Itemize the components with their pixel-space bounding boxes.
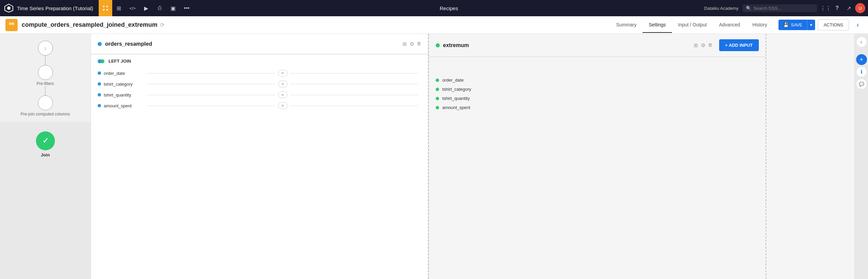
app-logo — [4, 3, 14, 13]
down-arrow-icon: ↓ — [44, 45, 47, 51]
far-right-info-btn[interactable]: ℹ — [856, 66, 867, 77]
sync-icon[interactable]: ⟳ — [160, 22, 164, 28]
cond-op-0[interactable]: = — [278, 70, 288, 77]
help-icon-btn[interactable]: ? — [832, 3, 842, 13]
code-icon: </> — [129, 6, 136, 11]
far-right-add-btn[interactable]: + — [856, 54, 867, 65]
cond-line-left-3 — [147, 106, 275, 106]
cond-left-dot-0 — [98, 71, 101, 75]
prejoin-label: Pre-join computed columns — [21, 112, 70, 116]
delete-icon[interactable]: 🗑 — [417, 41, 421, 47]
avatar[interactable]: U — [855, 3, 865, 13]
cond-right-label-3: amount_spent — [442, 105, 483, 110]
right-dataset-dot — [436, 43, 440, 47]
join-type-dots — [98, 59, 104, 63]
join-type-row: LEFT JOIN — [91, 55, 428, 68]
cond-right-label-0: order_date — [442, 78, 483, 83]
cond-line-left-2 — [147, 95, 275, 95]
prejoin-circle[interactable] — [38, 95, 53, 110]
grid-view-icon-right[interactable]: ⊞ — [694, 42, 698, 48]
search-box[interactable]: 🔍 — [743, 4, 817, 12]
print-icon: ⎙ — [158, 5, 161, 11]
prefilters-circle2[interactable] — [38, 65, 53, 80]
play-icon-btn[interactable]: ▶ — [139, 0, 153, 16]
add-input-button[interactable]: + ADD INPUT — [719, 39, 759, 51]
search-input[interactable] — [753, 6, 814, 11]
join-condition-0: order_date = — [91, 68, 428, 79]
academy-label: Dataiku Academy — [704, 6, 738, 11]
delete-icon-right[interactable]: 🗑 — [708, 42, 712, 48]
grid-icon: ⊞ — [117, 5, 121, 12]
save-button[interactable]: 💾 SAVE — [778, 20, 807, 30]
trend-icon-btn[interactable]: ↗ — [844, 3, 854, 13]
right-condition-0: order_date — [429, 76, 766, 85]
arrow-left-icon: ‹ — [856, 21, 859, 29]
cond-left-dot-2 — [98, 93, 101, 96]
grid-view-icon[interactable]: ⊞ — [402, 41, 407, 47]
cond-op-3[interactable]: = — [278, 102, 288, 109]
apps-icon-btn[interactable]: ⋮⋮ — [821, 3, 831, 13]
cond-op-1[interactable]: = — [278, 81, 288, 87]
cond-left-label-1: tshirt_category — [104, 82, 144, 87]
apps-icon: ⋮⋮ — [820, 5, 831, 12]
right-panel-icons: ⊞ ⚙ 🗑 — [694, 42, 712, 48]
tab-settings[interactable]: Settings — [643, 17, 672, 33]
grid-icon-btn[interactable]: ⊞ — [112, 0, 126, 16]
left-dot — [98, 59, 102, 63]
right-panel-header: extremum ⊞ ⚙ 🗑 + ADD INPUT — [429, 34, 766, 57]
recipe-tabs: Summary Settings Input / Output Advanced… — [610, 17, 773, 33]
cond-op-2[interactable]: = — [278, 91, 288, 98]
cond-line-right-3 — [290, 106, 418, 106]
settings-icon-right[interactable]: ⚙ — [701, 42, 705, 48]
prefilters-circle[interactable]: ↓ — [38, 41, 53, 56]
save-icon: 💾 — [783, 22, 789, 27]
secondary-navbar: compute_orders_resampled_joined_extremum… — [0, 16, 868, 34]
more-icon-btn[interactable]: ••• — [180, 0, 194, 16]
flow-icon-btn[interactable] — [99, 0, 112, 16]
tab-history[interactable]: History — [746, 17, 773, 33]
chevron-down-icon: ▾ — [810, 22, 812, 27]
back-button[interactable]: ‹ — [853, 20, 863, 30]
svg-point-1 — [7, 6, 11, 10]
left-panel-icons: ⊞ ⚙ 🗑 — [402, 41, 421, 47]
join-label: Join — [41, 152, 50, 157]
cond-left-dot-3 — [98, 104, 101, 107]
recipe-title: compute_orders_resampled_joined_extremum — [22, 21, 157, 28]
join-type-label[interactable]: LEFT JOIN — [108, 59, 131, 64]
far-right-sidebar: ‹ + ℹ 💬 — [854, 34, 868, 279]
right-condition-2: tshirt_quantity — [429, 94, 766, 103]
right-condition-1: tshirt_category — [429, 85, 766, 94]
right-condition-3: amount_spent — [429, 103, 766, 112]
left-join-panel: orders_resampled ⊞ ⚙ 🗑 LEFT JOIN — [91, 34, 428, 279]
monitor-icon-btn[interactable]: ▣ — [166, 0, 180, 16]
cond-left-label-2: tshirt_quantity — [104, 92, 144, 98]
save-dropdown-button[interactable]: ▾ — [807, 20, 815, 30]
tab-summary[interactable]: Summary — [610, 17, 643, 33]
empty-right-zone — [766, 34, 854, 279]
code-icon-btn[interactable]: </> — [126, 0, 139, 16]
cond-left-label-0: order_date — [104, 71, 144, 76]
print-icon-btn[interactable]: ⎙ — [153, 0, 166, 16]
node-connector-line2 — [45, 86, 45, 95]
join-condition-3: amount_spent = — [91, 100, 428, 111]
cond-line-right-0 — [290, 73, 418, 73]
cond-right-dot-1 — [436, 88, 439, 91]
section-label: Recipes — [440, 5, 458, 11]
content-area: orders_resampled ⊞ ⚙ 🗑 LEFT JOIN — [91, 34, 868, 279]
far-right-back-btn[interactable]: ‹ — [856, 37, 867, 47]
far-right-chat-btn[interactable]: 💬 — [856, 79, 867, 89]
trend-icon: ↗ — [847, 5, 851, 12]
settings-icon[interactable]: ⚙ — [410, 41, 414, 47]
join-node-circle[interactable]: ✓ — [36, 131, 55, 150]
monitor-icon: ▣ — [171, 5, 176, 12]
join-conditions: order_date = tshirt_category = — [91, 68, 428, 111]
svg-point-2 — [9, 22, 12, 25]
actions-button[interactable]: ACTIONS — [818, 19, 849, 30]
join-condition-2: tshirt_quantity = — [91, 89, 428, 100]
tab-advanced[interactable]: Advanced — [713, 17, 746, 33]
search-icon: 🔍 — [746, 6, 751, 11]
tab-input-output[interactable]: Input / Output — [672, 17, 713, 33]
left-sidebar: ↓ Pre-filters Pre-join computed columns … — [0, 34, 91, 279]
sidebar-top: ↓ Pre-filters Pre-join computed columns — [21, 41, 70, 122]
cond-right-dot-2 — [436, 97, 439, 100]
